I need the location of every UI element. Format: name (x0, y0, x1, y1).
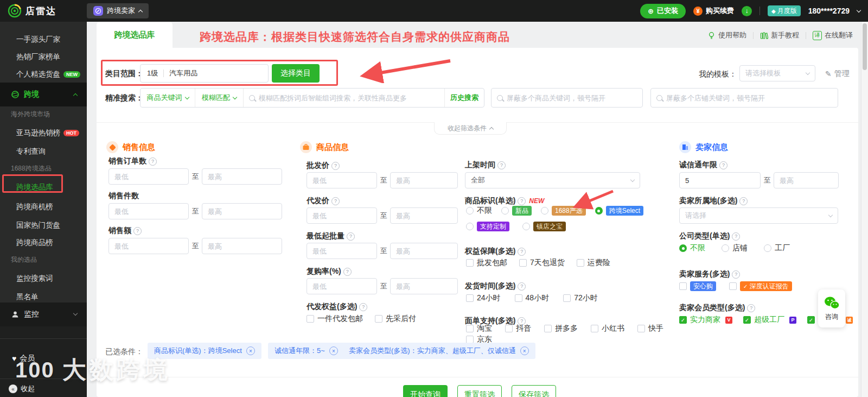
remove-condition-icon[interactable]: × (329, 346, 338, 355)
chevron-down-icon[interactable] (857, 8, 861, 12)
checkbox-option[interactable]: 24小时 (466, 293, 501, 303)
radio[interactable] (764, 244, 771, 252)
radio[interactable] (541, 207, 548, 215)
checkbox-option[interactable]: 抖音 (505, 324, 531, 333)
checkbox-option[interactable]: 运费险 (577, 258, 610, 268)
help-icon[interactable]: ? (347, 232, 355, 241)
help-icon[interactable]: ? (739, 197, 748, 205)
radio-option[interactable]: 镇店之宝 (522, 222, 566, 231)
checkbox[interactable] (466, 336, 474, 343)
radio[interactable] (466, 223, 474, 230)
reset-filters-button[interactable]: 重置筛选 (457, 385, 502, 397)
min-input[interactable] (108, 168, 189, 185)
help-icon[interactable]: ? (149, 157, 157, 166)
radio-option[interactable]: 工厂 (764, 243, 790, 253)
sidebar-item-shangjibang[interactable]: 跨境商机榜 (16, 202, 53, 212)
checkbox-option[interactable]: 小红书 (591, 324, 624, 333)
checkbox-option[interactable]: 7天包退货 (519, 258, 565, 268)
collapse-filters-button[interactable]: 收起筛选条件 (434, 122, 507, 135)
translate-link[interactable]: 译 在线翻译 (813, 30, 853, 40)
radio-checked[interactable] (679, 244, 687, 252)
help-icon[interactable]: ? (497, 161, 506, 169)
min-input[interactable] (307, 243, 377, 259)
history-search-button[interactable]: 历史搜索 (444, 89, 484, 107)
min-input[interactable] (679, 172, 761, 188)
sidebar-item-shangpinbang[interactable]: 跨境商品榜 (16, 238, 53, 248)
max-input[interactable] (390, 172, 458, 188)
remove-condition-icon[interactable]: × (246, 346, 255, 355)
checkbox-checked[interactable]: ✓ (743, 316, 751, 324)
sidebar-item-amazon[interactable]: 亚马逊热销榜 HOT (16, 128, 79, 138)
vertical-scrollbar[interactable] (861, 22, 868, 397)
save-filters-button[interactable]: 保存筛选 (512, 385, 556, 397)
start-query-button[interactable]: 开始查询 (403, 385, 448, 397)
template-select[interactable]: 请选择模板 (739, 65, 815, 81)
scrollbar-thumb[interactable] (863, 23, 867, 70)
checkbox-option-checked[interactable]: ✓ 超级工厂 P (743, 315, 796, 325)
min-input[interactable] (307, 207, 377, 224)
radio-option[interactable]: 支持定制 (466, 222, 509, 231)
renew-button[interactable]: ¥ 购买续费 (693, 6, 734, 16)
template-manage-button[interactable]: ✎管理 (825, 69, 850, 79)
sidebar-item-geren[interactable]: 个人精选货盘 NEW (16, 70, 80, 79)
account-phone[interactable]: 180****2729 (808, 7, 850, 15)
checkbox-option[interactable]: 快手 (637, 324, 663, 333)
installed-button[interactable]: ⊕ 已安装 (640, 4, 686, 18)
sidebar-section-kuajing[interactable]: 跨境 (0, 83, 87, 106)
min-input[interactable] (307, 172, 377, 188)
max-input[interactable] (390, 278, 458, 294)
wechat-consult-widget[interactable]: 咨询 (818, 289, 845, 327)
sidebar-collapse-button[interactable]: « 收起 (9, 384, 35, 394)
checkbox-option[interactable]: ✓ 深度认证报告 (729, 281, 792, 291)
help-icon[interactable]: ? (518, 282, 526, 291)
sidebar-item-blacklist[interactable]: 黑名单 (16, 292, 39, 302)
sidebar-item-member[interactable]: ♥ 会员 (12, 354, 35, 363)
checkbox-option[interactable]: 安心购 (679, 281, 716, 291)
checkbox[interactable] (466, 294, 474, 302)
sidebar-item-yishou[interactable]: 一手源头厂家 (16, 35, 60, 45)
checkbox[interactable] (505, 325, 513, 332)
checkbox[interactable] (637, 325, 645, 332)
sidebar-item-jiankong-search[interactable]: 监控搜索词 (16, 274, 53, 283)
min-input[interactable] (307, 278, 377, 294)
checkbox[interactable] (466, 259, 474, 267)
checkbox-option[interactable]: 72小时 (563, 293, 598, 303)
checkbox-option[interactable]: 淘宝 (466, 324, 492, 333)
sidebar-item-guojia[interactable]: 国家热门货盘 (16, 220, 60, 230)
checkbox-checked[interactable]: ✓ (679, 316, 687, 324)
help-icon[interactable]: ? (133, 227, 142, 235)
help-icon[interactable]: ? (331, 162, 340, 170)
block-product-input[interactable] (507, 94, 637, 102)
help-icon[interactable]: ? (518, 197, 526, 205)
keyword-type-select[interactable]: 商品关键词 (141, 89, 195, 107)
match-mode-select[interactable]: 模糊匹配 (195, 89, 244, 107)
radio[interactable] (501, 207, 509, 215)
search-input[interactable] (259, 94, 439, 102)
checkbox[interactable] (375, 315, 382, 323)
radio[interactable] (466, 207, 474, 215)
max-input[interactable] (774, 172, 839, 188)
help-icon[interactable]: ? (732, 232, 740, 241)
help-icon[interactable]: ? (747, 304, 755, 312)
radio[interactable] (522, 223, 530, 230)
checkbox[interactable] (515, 294, 522, 302)
help-link[interactable]: 使用帮助 (707, 30, 746, 40)
checkbox[interactable] (466, 325, 474, 332)
radio[interactable] (722, 244, 729, 252)
help-icon[interactable]: ? (331, 197, 340, 205)
tutorial-link[interactable]: 新手教程 (760, 30, 799, 40)
radio-option[interactable]: 店铺 (722, 243, 748, 253)
checkbox[interactable] (519, 259, 527, 267)
block-shop-input[interactable] (666, 94, 832, 102)
radio-option[interactable]: 新品 (501, 206, 532, 216)
max-input[interactable] (202, 238, 282, 254)
checkbox-option[interactable]: 拼多多 (544, 324, 578, 333)
checkbox[interactable] (563, 294, 571, 302)
sidebar-item-rexiao[interactable]: 热销厂家榜单 (16, 52, 60, 62)
checkbox-option[interactable]: 48小时 (515, 293, 550, 303)
help-icon[interactable]: ? (732, 270, 740, 279)
max-input[interactable] (390, 207, 458, 224)
seller-location-select[interactable]: 请选择 (679, 207, 838, 224)
min-input[interactable] (108, 203, 189, 219)
tab-kuajing-xuanpinku[interactable]: 跨境选品库 (97, 22, 173, 48)
